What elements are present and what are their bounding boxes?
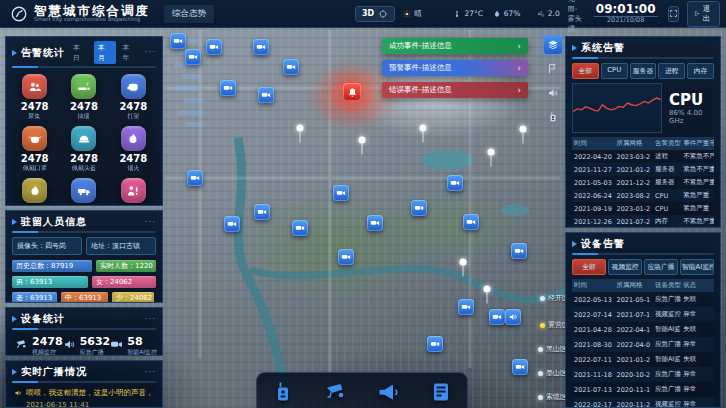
- side-toolbar-button[interactable]: [544, 60, 562, 78]
- map-marker[interactable]: [463, 214, 479, 230]
- period-tab[interactable]: 本日: [69, 41, 91, 64]
- table-row[interactable]: 2021-07-13 2020-11-1 应急广播 异常: [572, 382, 714, 397]
- table-row[interactable]: 2021-08-30 2022-04-0 应急广播 异常: [572, 337, 714, 352]
- map-marker[interactable]: [253, 39, 269, 55]
- waypoint-dot[interactable]: [488, 149, 495, 156]
- map-marker[interactable]: [224, 216, 240, 232]
- map-marker[interactable]: [185, 49, 201, 65]
- waypoint-dot[interactable]: [297, 125, 304, 132]
- camera-icon: [450, 178, 460, 188]
- period-tab[interactable]: 本年: [119, 41, 141, 64]
- panel-personnel-info: 驻留人员信息 ··· 摄像头：四号岗 地址：溪口古镇 历史总数：87919实时人…: [5, 210, 163, 303]
- camera-field[interactable]: 摄像头：四号岗: [12, 237, 82, 255]
- device-alarm-table: 时间 所属网格 设备类型 状态 2022-05-13 2021-05-1 应急广…: [572, 279, 714, 408]
- panel-arrow-icon: [572, 241, 577, 247]
- table-header-row: 时间 所属网格 设备类型 状态: [572, 279, 714, 292]
- table-row[interactable]: 2021-09-19 2023-01-2 CPU 紧急严重: [572, 202, 714, 215]
- alarm-stat-tile[interactable]: 2478 人员越界告警: [109, 178, 158, 206]
- dock-tool-button[interactable]: [318, 377, 354, 407]
- table-row[interactable]: 2021-05-03 2021-12-2 服务器 不紧急严重: [572, 176, 714, 189]
- map-marker[interactable]: [458, 299, 474, 315]
- map-marker[interactable]: [187, 170, 203, 186]
- waypoint-dot[interactable]: [484, 286, 491, 293]
- device-stat[interactable]: 5632 应急广播: [63, 336, 111, 356]
- alarm-stat-tile[interactable]: 2478 佩戴口罩: [10, 126, 59, 173]
- filter-tab[interactable]: 智能AI监控: [680, 259, 714, 275]
- table-row[interactable]: 2021-12-26 2021-07-2 内存 不紧急严重: [572, 215, 714, 228]
- map-marker[interactable]: [511, 243, 527, 259]
- filter-tab[interactable]: 全部: [572, 63, 599, 79]
- map-marker[interactable]: [512, 359, 528, 375]
- waypoint-dot[interactable]: [359, 137, 366, 144]
- device-stat[interactable]: 2478 视频监控: [15, 336, 63, 356]
- table-row[interactable]: 2022-04-20 2023-03-2 进程 不紧急不严重: [572, 150, 714, 163]
- filter-tab[interactable]: 内存: [687, 63, 714, 79]
- map-marker[interactable]: [258, 87, 274, 103]
- waypoint-dot[interactable]: [460, 259, 467, 266]
- map-marker[interactable]: [292, 220, 308, 236]
- filter-tab[interactable]: 进程: [658, 63, 685, 79]
- table-row[interactable]: 2021-11-18 2020-10-2 应急广播 异常: [572, 367, 714, 382]
- map-marker[interactable]: [283, 59, 299, 75]
- side-toolbar-button[interactable]: [544, 108, 562, 126]
- region-label[interactable]: 黑山区: [538, 344, 567, 354]
- fullscreen-button[interactable]: [668, 6, 679, 22]
- side-toolbar-icon: [547, 111, 559, 123]
- more-menu[interactable]: ···: [144, 220, 156, 225]
- table-row[interactable]: 2022-06-24 2023-08-2 CPU 紧急严重: [572, 189, 714, 202]
- filter-tab[interactable]: 应急广播: [644, 259, 678, 275]
- alarm-stat-tile[interactable]: 2478 火灾: [10, 178, 59, 206]
- alarm-stat-tile[interactable]: 2478 抽烟: [59, 74, 108, 121]
- alarm-stat-tile[interactable]: 2478 打架: [109, 74, 158, 121]
- map-marker[interactable]: [367, 215, 383, 231]
- alarm-marker[interactable]: [343, 83, 361, 101]
- more-menu[interactable]: ···: [144, 370, 156, 375]
- side-toolbar-button[interactable]: [544, 36, 562, 54]
- alarm-stat-tile[interactable]: 2478 烟火: [109, 126, 158, 173]
- table-row[interactable]: 2021-04-28 2022-04-1 智能AI监控 失联: [572, 322, 714, 337]
- region-label[interactable]: 墨山区: [538, 368, 567, 378]
- table-row[interactable]: 2022-07-14 2021-07-1 视频监控 异常: [572, 307, 714, 322]
- more-menu[interactable]: ···: [144, 50, 156, 55]
- map-marker[interactable]: [447, 175, 463, 191]
- alarm-count: 2478: [119, 205, 147, 206]
- map-marker[interactable]: [411, 200, 427, 216]
- event-toast[interactable]: 预警事件-描述信息 ›: [382, 60, 528, 76]
- event-toast[interactable]: 错误事件-描述信息 ›: [382, 82, 528, 98]
- table-row[interactable]: 2022-07-11 2021-01-2 智能AI监控 失联: [572, 352, 714, 367]
- alarm-stat-tile[interactable]: 2478 土渣车顶盖: [59, 178, 108, 206]
- filter-tab[interactable]: 服务器: [630, 63, 657, 79]
- dock-tool-button[interactable]: [265, 377, 301, 407]
- device-stat[interactable]: 58 智能AI监控: [110, 336, 157, 356]
- filter-tab[interactable]: CPU: [601, 63, 628, 79]
- map-marker[interactable]: [170, 33, 186, 49]
- table-row[interactable]: 2022-02-17 2020-11-2 视频监控 异常: [572, 397, 714, 408]
- table-row[interactable]: 2021-11-27 2021-01-2 服务器 紧急不严重: [572, 163, 714, 176]
- map-marker[interactable]: [220, 80, 236, 96]
- filter-tab[interactable]: 全部: [572, 259, 606, 275]
- more-menu[interactable]: ···: [144, 317, 156, 322]
- dock-tool-button[interactable]: [370, 377, 406, 407]
- waypoint-dot[interactable]: [520, 126, 527, 133]
- exit-button[interactable]: 退出: [687, 1, 721, 27]
- table-row[interactable]: 2022-05-13 2021-05-1 应急广播 失联: [572, 292, 714, 307]
- waypoint-dot[interactable]: [420, 125, 427, 132]
- map-marker[interactable]: [505, 309, 521, 325]
- alarm-stat-tile[interactable]: 2478 佩戴头盔: [59, 126, 108, 173]
- map-marker[interactable]: [427, 336, 443, 352]
- period-tab[interactable]: 本月: [94, 41, 116, 64]
- 3d-mode-toggle[interactable]: 3D: [355, 6, 395, 22]
- event-toast[interactable]: 成功事件-描述信息 ›: [382, 38, 528, 54]
- filter-tab[interactable]: 视频监控: [608, 259, 642, 275]
- map-marker[interactable]: [338, 249, 354, 265]
- dock-tool-button[interactable]: [423, 377, 459, 407]
- alarm-stat-tile[interactable]: 2478 聚集: [10, 74, 59, 121]
- side-toolbar-button[interactable]: [544, 84, 562, 102]
- map-marker[interactable]: [206, 39, 222, 55]
- map-marker[interactable]: [254, 204, 270, 220]
- address-field[interactable]: 地址：溪口古镇: [86, 237, 156, 255]
- map-marker[interactable]: [333, 185, 349, 201]
- map-marker[interactable]: [489, 309, 505, 325]
- region-label[interactable]: 索缆区: [538, 392, 567, 402]
- nav-tab-overview[interactable]: 综合态势: [164, 5, 214, 23]
